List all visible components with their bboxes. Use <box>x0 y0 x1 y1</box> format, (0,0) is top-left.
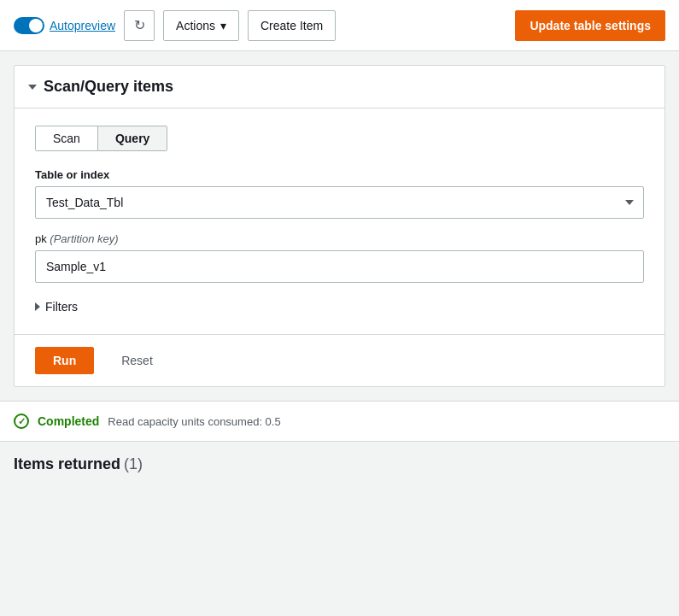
items-returned-title: Items returned <box>14 455 120 472</box>
run-button[interactable]: Run <box>35 347 94 374</box>
actions-chevron-icon: ▾ <box>220 19 226 32</box>
partition-key-group: pk (Partition key) <box>35 232 644 283</box>
partition-key-label: pk (Partition key) <box>35 232 644 245</box>
autopreview-label[interactable]: Autopreview <box>50 19 115 32</box>
panel-body: Scan Query Table or index Test_Data_Tbl <box>15 109 664 334</box>
table-index-select-wrapper: Test_Data_Tbl <box>35 186 644 219</box>
tab-query[interactable]: Query <box>98 126 167 150</box>
scan-query-tabs: Scan Query <box>35 126 167 151</box>
refresh-button[interactable]: ↻ <box>124 10 155 41</box>
panel-title: Scan/Query items <box>44 78 173 96</box>
items-returned-count: (1) <box>124 455 143 472</box>
reset-button[interactable]: Reset <box>108 348 167 373</box>
filters-toggle[interactable]: Filters <box>35 296 644 317</box>
autopreview-toggle[interactable]: Autopreview <box>14 17 115 34</box>
scan-query-panel: Scan/Query items Scan Query Table or ind… <box>14 65 665 387</box>
actions-label: Actions <box>176 19 215 32</box>
completed-icon: ✓ <box>14 414 29 429</box>
toolbar: Autopreview ↻ Actions ▾ Create Item Upda… <box>0 0 679 51</box>
filters-label: Filters <box>45 300 78 314</box>
table-index-label: Table or index <box>35 168 644 181</box>
autopreview-switch[interactable] <box>14 17 44 34</box>
main-content: Scan/Query items Scan Query Table or ind… <box>0 65 679 487</box>
table-index-select[interactable]: Test_Data_Tbl <box>35 186 644 219</box>
panel-collapse-icon <box>28 85 37 90</box>
action-bar: Run Reset <box>15 334 664 386</box>
tab-scan[interactable]: Scan <box>36 126 98 150</box>
status-bar: ✓ Completed Read capacity units consumed… <box>0 401 679 442</box>
actions-button[interactable]: Actions ▾ <box>163 10 239 41</box>
completed-label: Completed <box>38 414 99 428</box>
partition-key-input[interactable] <box>35 250 644 283</box>
panel-header[interactable]: Scan/Query items <box>15 66 664 109</box>
refresh-icon: ↻ <box>134 17 145 33</box>
update-table-settings-button[interactable]: Update table settings <box>515 10 665 41</box>
create-item-label: Create Item <box>260 19 323 32</box>
status-detail: Read capacity units consumed: 0.5 <box>108 415 280 428</box>
table-index-group: Table or index Test_Data_Tbl <box>35 168 644 219</box>
create-item-button[interactable]: Create Item <box>248 10 336 41</box>
items-returned-section: Items returned (1) <box>0 442 679 487</box>
filters-chevron-icon <box>35 302 40 311</box>
update-table-label: Update table settings <box>530 19 651 32</box>
partition-key-sub-label: (Partition key) <box>50 232 118 245</box>
